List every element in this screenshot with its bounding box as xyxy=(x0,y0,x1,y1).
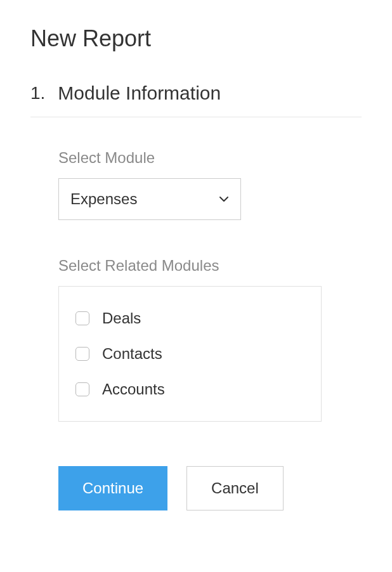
checkbox-label-deals: Deals xyxy=(102,309,141,327)
checkbox-label-accounts: Accounts xyxy=(102,380,165,398)
cancel-button[interactable]: Cancel xyxy=(186,466,284,510)
module-select-wrapper: Expenses xyxy=(58,178,241,220)
checkbox-deals[interactable] xyxy=(75,311,89,325)
chevron-down-icon xyxy=(219,194,229,204)
step-header: 1. Module Information xyxy=(30,82,362,104)
page-title: New Report xyxy=(30,25,362,52)
module-select[interactable]: Expenses xyxy=(58,178,241,220)
divider xyxy=(30,117,362,117)
checkbox-contacts[interactable] xyxy=(75,347,89,361)
step-title: Module Information xyxy=(58,82,221,104)
continue-button[interactable]: Continue xyxy=(58,466,167,510)
form-section: Select Module Expenses Select Related Mo… xyxy=(30,149,362,510)
module-select-value: Expenses xyxy=(70,190,137,208)
related-module-row: Deals xyxy=(75,301,304,336)
related-modules-label: Select Related Modules xyxy=(58,257,362,275)
step-number: 1. xyxy=(30,83,45,103)
module-label: Select Module xyxy=(58,149,362,167)
related-module-row: Accounts xyxy=(75,372,304,407)
checkbox-accounts[interactable] xyxy=(75,382,89,396)
related-modules-box: Deals Contacts Accounts xyxy=(58,286,322,422)
checkbox-label-contacts: Contacts xyxy=(102,345,162,363)
button-row: Continue Cancel xyxy=(58,466,362,510)
related-module-row: Contacts xyxy=(75,336,304,372)
